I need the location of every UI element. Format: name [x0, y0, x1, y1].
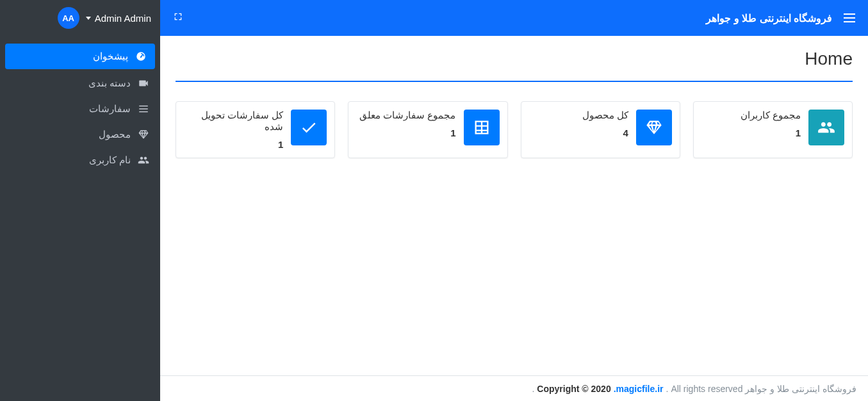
card-value: 1	[356, 127, 455, 138]
sidebar-item-label: سفارشات	[89, 103, 131, 115]
card-label: مجموع سفارشات معلق	[356, 110, 455, 121]
card-body: کل محصول 4	[529, 110, 628, 138]
diamond-icon	[137, 128, 150, 141]
stat-cards: مجموع کاربران 1 کل محصول 4 مجموع سفارشات…	[176, 101, 853, 158]
sidebar-item-users[interactable]: نام کاربری	[0, 147, 160, 173]
fullscreen-icon[interactable]	[173, 12, 183, 24]
topbar-right: فروشگاه اینترنتی طلا و جواهر	[706, 12, 855, 24]
card-body: مجموع کاربران 1	[701, 110, 801, 138]
card-total-products[interactable]: کل محصول 4	[521, 101, 680, 158]
check-icon	[291, 110, 327, 145]
sidebar-item-label: نام کاربری	[89, 154, 131, 166]
diamond-icon	[636, 110, 672, 145]
card-delivered-orders[interactable]: کل سفارشات تحویل شده 1	[176, 101, 335, 158]
footer: فروشگاه اینترنتی طلا و جواهر All rights …	[160, 375, 868, 401]
divider	[176, 81, 853, 82]
footer-dot: .	[666, 384, 669, 394]
page-title: Home	[176, 49, 853, 69]
hamburger-icon[interactable]	[844, 13, 855, 22]
card-value: 4	[529, 127, 628, 138]
dashboard-icon	[135, 50, 147, 63]
avatar: AA	[58, 7, 79, 29]
sidebar-item-orders[interactable]: سفارشات	[0, 96, 160, 122]
sidebar-nav: پیشخوان دسته بندی سفارشات محصول نام کارب…	[0, 36, 160, 173]
footer-copyright: Copyright © 2020	[537, 384, 610, 394]
list-icon	[137, 102, 150, 115]
sidebar-item-label: محصول	[99, 129, 131, 140]
user-name-dropdown[interactable]: Admin Admin	[86, 13, 151, 24]
category-icon	[137, 77, 150, 90]
card-value: 1	[184, 139, 283, 150]
user-name-label: Admin Admin	[95, 13, 151, 24]
sidebar-item-product[interactable]: محصول	[0, 122, 160, 147]
sidebar-item-label: دسته بندی	[88, 78, 131, 89]
brand-title: فروشگاه اینترنتی طلا و جواهر	[706, 12, 832, 24]
footer-dot: .	[532, 384, 534, 394]
sidebar-user[interactable]: AA Admin Admin	[0, 0, 160, 36]
footer-brand: فروشگاه اینترنتی طلا و جواهر	[745, 384, 856, 394]
card-total-users[interactable]: مجموع کاربران 1	[693, 101, 853, 158]
users-icon	[808, 110, 844, 145]
card-pending-orders[interactable]: مجموع سفارشات معلق 1	[348, 101, 507, 158]
topbar-left	[173, 12, 183, 24]
card-value: 1	[701, 127, 801, 138]
users-icon	[137, 154, 150, 167]
footer-link[interactable]: magicfile.ir.	[614, 384, 664, 394]
sidebar: AA Admin Admin پیشخوان دسته بندی سفارشات	[0, 0, 160, 401]
topbar: فروشگاه اینترنتی طلا و جواهر	[160, 0, 868, 36]
card-body: کل سفارشات تحویل شده 1	[184, 110, 283, 150]
sidebar-item-label: پیشخوان	[93, 51, 128, 62]
card-body: مجموع سفارشات معلق 1	[356, 110, 455, 138]
sidebar-item-category[interactable]: دسته بندی	[0, 70, 160, 96]
card-label: مجموع کاربران	[701, 110, 801, 121]
footer-rights: All rights reserved	[671, 384, 742, 394]
card-label: کل سفارشات تحویل شده	[184, 110, 283, 133]
card-label: کل محصول	[529, 110, 628, 121]
table-icon	[464, 110, 500, 145]
sidebar-item-dashboard[interactable]: پیشخوان	[5, 44, 155, 69]
main-content: Home مجموع کاربران 1 کل محصول 4	[160, 36, 868, 375]
chevron-down-icon	[86, 17, 91, 20]
